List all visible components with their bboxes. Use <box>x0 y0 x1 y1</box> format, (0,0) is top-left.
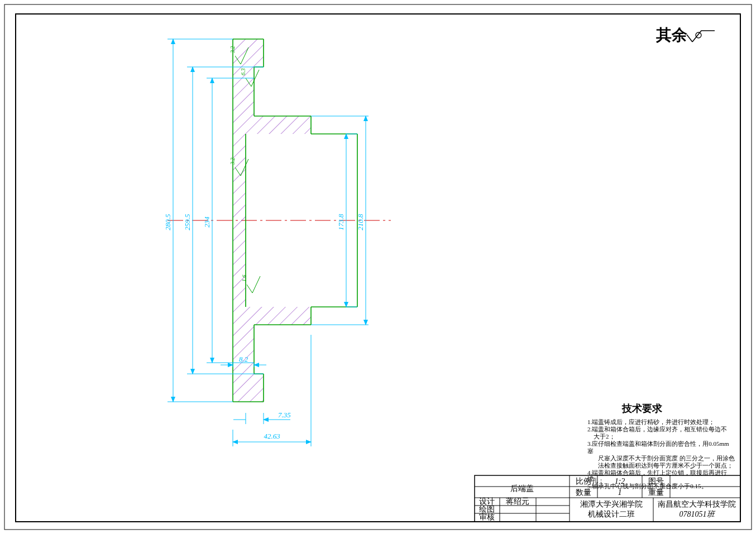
dim-d3: 234 <box>203 217 211 228</box>
dim-d2: 259.5 <box>183 214 192 230</box>
dim-w3: 42.63 <box>264 432 280 440</box>
svg-text:重量: 重量 <box>648 488 664 497</box>
dim-d5: 210.8 <box>356 214 365 230</box>
svg-text:6.3: 6.3 <box>240 69 246 76</box>
svg-text:其余: 其余 <box>655 26 688 44</box>
tech-requirements: 技术要求 1.端盖铸成后，应进行精砂，并进行时效处理； 2.端盖和箱体合箱后，边… <box>587 403 735 489</box>
svg-text:后端盖: 后端盖 <box>510 484 534 493</box>
svg-text:3.2: 3.2 <box>229 46 236 54</box>
svg-text:绘图: 绘图 <box>479 505 495 513</box>
dim-w1: 8.2 <box>239 355 248 363</box>
svg-text:比例: 比例 <box>576 477 591 485</box>
svg-point-52 <box>696 32 701 38</box>
dim-w2: 7.35 <box>278 411 291 419</box>
svg-rect-0 <box>4 4 752 530</box>
dim-d1: 280.5 <box>164 214 172 230</box>
svg-text:1:2: 1:2 <box>615 477 625 485</box>
svg-text:1.端盖铸成后，应进行精砂，并进行时效处理；: 1.端盖铸成后，应进行精砂，并进行时效处理； <box>587 418 715 425</box>
svg-text:2.端盖和箱体合箱后，边缘应对齐，相互错位每边不: 2.端盖和箱体合箱后，边缘应对齐，相互错位每边不 <box>587 426 727 432</box>
svg-text:数量: 数量 <box>576 488 591 497</box>
svg-text:机械设计二班: 机械设计二班 <box>588 510 635 518</box>
svg-text:1.6: 1.6 <box>241 275 247 282</box>
svg-text:蒋绍元: 蒋绍元 <box>506 497 529 506</box>
svg-text:5.轴承孔中心线与剖分面不重合度小于0.15。: 5.轴承孔中心线与剖分面不重合度小于0.15。 <box>587 483 707 489</box>
svg-text:图号: 图号 <box>648 477 664 485</box>
svg-text:1: 1 <box>618 488 622 497</box>
svg-text:0781051班: 0781051班 <box>680 510 716 518</box>
svg-text:法检查接触面积达到每平方厘米不少于一个斑点；: 法检查接触面积达到每平方厘米不少于一个斑点； <box>592 462 733 469</box>
svg-text:设计: 设计 <box>479 497 495 506</box>
svg-text:大于2；: 大于2； <box>587 433 615 440</box>
svg-text:3.应仔细检查端盖和箱体剖分面的密合性，用0.05mm: 3.应仔细检查端盖和箱体剖分面的密合性，用0.05mm <box>587 440 729 447</box>
svg-text:湘潭大学兴湘学院: 湘潭大学兴湘学院 <box>580 500 643 508</box>
svg-text:4.端盖和箱体合箱后，先打上定位销，联接后再进行: 4.端盖和箱体合箱后，先打上定位销，联接后再进行 <box>587 469 727 476</box>
svg-text:3.2: 3.2 <box>229 158 236 166</box>
svg-text:塞: 塞 <box>587 448 594 454</box>
general-surface-finish: 其余 <box>655 26 715 44</box>
svg-text:尺塞入深度不大于剖分面宽度 的三分之一，用涂色: 尺塞入深度不大于剖分面宽度 的三分之一，用涂色 <box>592 455 735 461</box>
svg-text:审核: 审核 <box>479 513 495 521</box>
dim-d4: 173.8 <box>337 214 345 230</box>
svg-text:技术要求: 技术要求 <box>621 403 663 414</box>
svg-text:南昌航空大学科技学院: 南昌航空大学科技学院 <box>658 500 736 508</box>
